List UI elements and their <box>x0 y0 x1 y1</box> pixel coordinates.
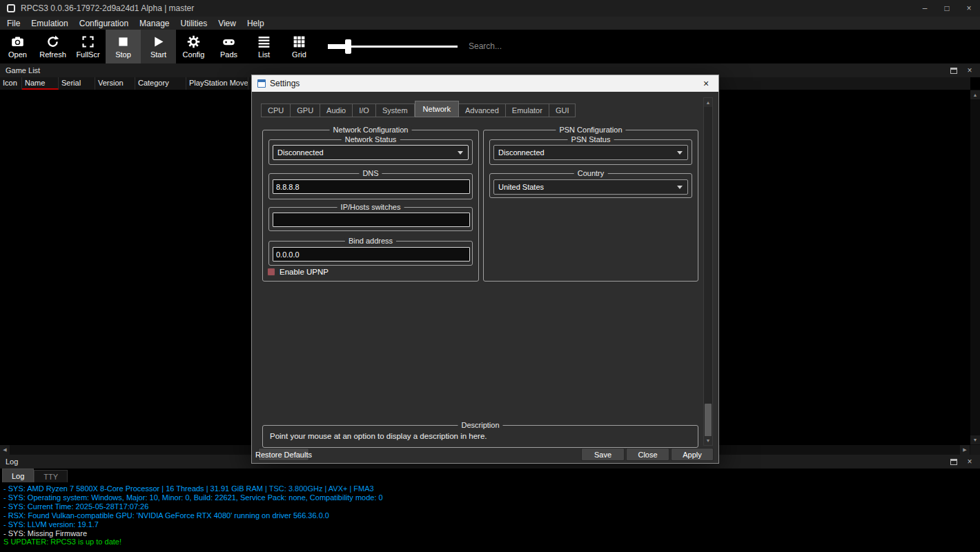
menu-utilities[interactable]: Utilities <box>175 19 213 28</box>
settings-dialog-title: Settings <box>270 79 300 88</box>
log-line: - SYS: Missing Firmware <box>3 529 977 538</box>
refresh-icon <box>46 34 60 49</box>
network-status-label: Network Status <box>342 135 400 144</box>
menu-view[interactable]: View <box>213 19 242 28</box>
log-close-button[interactable]: × <box>965 457 974 466</box>
ip-hosts-switches-input[interactable] <box>273 213 470 227</box>
stop-label: Stop <box>115 50 131 59</box>
chevron-down-icon <box>677 186 683 189</box>
stop-button[interactable]: Stop <box>106 30 141 63</box>
maximize-button[interactable]: □ <box>936 0 958 17</box>
network-configuration-group: Network Configuration Network Status Dis… <box>262 130 479 282</box>
restore-defaults-button[interactable]: Restore Defaults <box>258 448 309 461</box>
scroll-up-icon[interactable]: ▲ <box>704 98 712 107</box>
scroll-up-icon[interactable]: ▲ <box>970 90 980 99</box>
network-status-group: Network Status Disconnected <box>268 139 473 165</box>
open-button[interactable]: Open <box>0 30 35 63</box>
search-input[interactable] <box>469 39 572 53</box>
tab-gui[interactable]: GUI <box>549 103 576 117</box>
pads-button[interactable]: Pads <box>211 30 246 63</box>
play-icon <box>151 34 166 49</box>
icon-size-slider[interactable] <box>326 30 459 63</box>
tab-emulator[interactable]: Emulator <box>506 103 549 117</box>
apply-button[interactable]: Apply <box>671 448 714 461</box>
settings-close-button[interactable]: × <box>694 75 718 92</box>
game-list-close-button[interactable]: × <box>965 66 974 75</box>
menu-manage[interactable]: Manage <box>134 19 175 28</box>
column-serial[interactable]: Serial <box>59 77 95 90</box>
settings-dialog-titlebar[interactable]: Settings × <box>252 75 718 92</box>
settings-vertical-scrollbar[interactable]: ▲ ▼ <box>703 97 713 446</box>
enable-upnp-label: Enable UPNP <box>280 268 329 276</box>
tab-network[interactable]: Network <box>415 101 459 117</box>
tab-system[interactable]: System <box>376 103 415 117</box>
window-controls: – □ × <box>914 0 980 17</box>
gear-icon <box>186 34 201 49</box>
column-playstation-move[interactable]: PlayStation Move <box>186 77 248 90</box>
tab-advanced[interactable]: Advanced <box>459 103 506 117</box>
slider-handle[interactable] <box>345 39 351 54</box>
game-list-float-button[interactable] <box>949 66 959 75</box>
enable-upnp-row[interactable]: Enable UPNP <box>267 268 329 276</box>
minimize-button[interactable]: – <box>914 0 936 17</box>
log-line: - SYS: Operating system: Windows, Major:… <box>3 493 977 502</box>
log-line: - RSX: Found Vulkan-compatible GPU: 'NVI… <box>3 511 977 520</box>
scroll-left-icon[interactable]: ◀ <box>0 445 10 455</box>
save-button[interactable]: Save <box>581 448 625 461</box>
description-text: Point your mouse at an option to display… <box>270 432 487 440</box>
scroll-down-icon[interactable]: ▼ <box>970 435 980 444</box>
tab-audio[interactable]: Audio <box>320 103 353 117</box>
tab-cpu[interactable]: CPU <box>261 103 291 117</box>
config-button[interactable]: Config <box>176 30 211 63</box>
close-button[interactable]: Close <box>626 448 669 461</box>
dns-label: DNS <box>359 169 382 178</box>
tab-log[interactable]: Log <box>2 469 34 482</box>
scrollbar-thumb[interactable] <box>705 404 712 437</box>
dns-input[interactable] <box>273 179 470 194</box>
fullscreen-button[interactable]: FullScr <box>70 30 106 63</box>
log-output: - SYS: AMD Ryzen 7 5800X 8-Core Processo… <box>0 482 980 552</box>
fullscreen-icon <box>81 34 95 49</box>
bind-address-input[interactable] <box>273 247 470 262</box>
settings-dialog: Settings × CPU GPU Audio I/O System Netw… <box>251 75 719 464</box>
scroll-down-icon[interactable]: ▼ <box>704 436 712 445</box>
bind-address-label: Bind address <box>345 237 396 246</box>
chevron-down-icon <box>458 151 463 155</box>
scroll-right-icon[interactable]: ▶ <box>960 445 970 455</box>
start-button[interactable]: Start <box>141 30 176 63</box>
ip-hosts-switches-label: IP/Hosts switches <box>337 203 404 212</box>
window-title: RPCS3 0.0.36-17972-2d9a24d1 Alpha | mast… <box>21 3 194 13</box>
chevron-down-icon <box>677 151 683 155</box>
list-view-button[interactable]: List <box>246 30 282 63</box>
grid-view-button[interactable]: Grid <box>282 30 317 63</box>
list-icon <box>257 34 271 49</box>
open-label: Open <box>8 50 27 59</box>
enable-upnp-checkbox[interactable] <box>267 268 275 276</box>
gamepad-icon <box>222 34 236 49</box>
refresh-button[interactable]: Refresh <box>35 30 70 63</box>
grid-label: Grid <box>292 50 306 59</box>
game-list-vertical-scrollbar[interactable]: ▲ ▼ <box>970 90 980 445</box>
country-dropdown[interactable]: United States <box>493 179 688 195</box>
column-name[interactable]: Name <box>22 77 59 90</box>
dns-group: DNS <box>268 173 473 199</box>
tab-tty[interactable]: TTY <box>34 470 68 482</box>
menu-emulation[interactable]: Emulation <box>26 19 73 28</box>
tab-io[interactable]: I/O <box>353 103 376 117</box>
window-close-button[interactable]: × <box>958 0 980 17</box>
column-version[interactable]: Version <box>95 77 135 90</box>
tab-gpu[interactable]: GPU <box>291 103 320 117</box>
country-label: Country <box>574 169 608 178</box>
menu-configuration[interactable]: Configuration <box>74 19 134 28</box>
settings-tab-bar: CPU GPU Audio I/O System Network Advance… <box>261 101 576 117</box>
log-float-button[interactable] <box>949 457 959 466</box>
menu-file[interactable]: File <box>1 19 26 28</box>
psn-status-dropdown[interactable]: Disconnected <box>493 145 688 160</box>
description-title: Description <box>458 421 502 430</box>
network-status-dropdown[interactable]: Disconnected <box>273 145 469 160</box>
fullscreen-label: FullScr <box>76 50 99 59</box>
column-icon[interactable]: Icon <box>0 77 22 90</box>
column-category[interactable]: Category <box>135 77 186 90</box>
rpcs3-logo-icon <box>7 4 15 12</box>
menu-help[interactable]: Help <box>242 19 270 28</box>
